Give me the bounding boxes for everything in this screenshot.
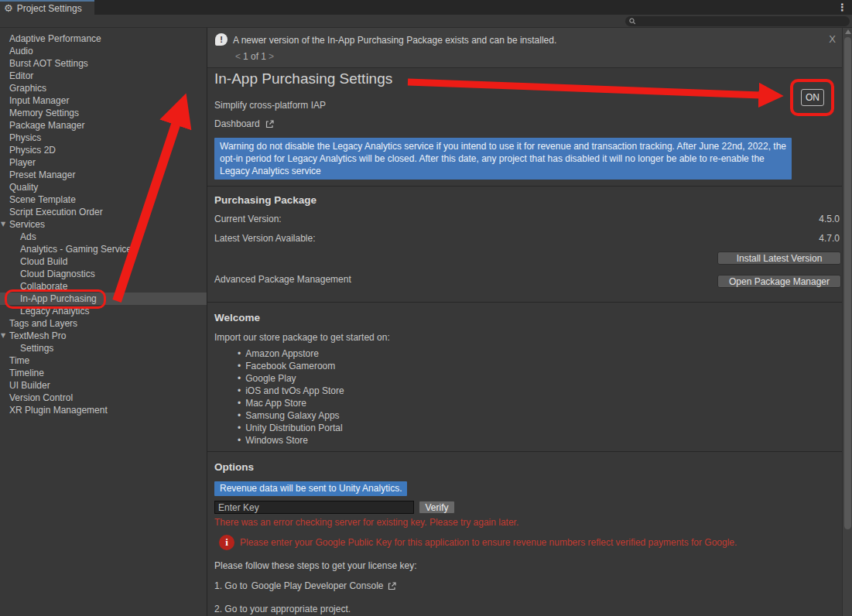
window-title: Project Settings	[17, 3, 82, 14]
dashboard-link[interactable]: Dashboard	[214, 118, 275, 129]
section-divider	[207, 302, 843, 303]
step-1-row: 1. Go to Google Play Developer Console	[214, 580, 397, 591]
sidebar-item-version-control[interactable]: Version Control	[0, 392, 207, 404]
section-divider	[207, 451, 843, 452]
scrollbar-thumb[interactable]	[844, 37, 851, 529]
sidebar-item-xr-plugin-management[interactable]: XR Plugin Management	[0, 404, 207, 416]
server-error-text: There was an error checking server for e…	[214, 517, 518, 528]
sidebar-item-memory-settings[interactable]: Memory Settings	[0, 107, 207, 119]
service-toggle-on-button[interactable]: ON	[801, 89, 824, 106]
list-item: Google Play	[238, 372, 344, 385]
external-link-icon	[387, 581, 397, 591]
latest-version-value: 4.7.0	[819, 233, 840, 244]
step-1-prefix: 1. Go to	[214, 580, 248, 591]
sidebar-item-legacy-analytics[interactable]: Legacy Analytics	[0, 305, 207, 317]
section-divider	[207, 186, 843, 187]
list-item: Facebook Gameroom	[238, 360, 344, 372]
current-version-label: Current Version:	[214, 214, 282, 224]
sidebar-item-ui-builder[interactable]: UI Builder	[0, 379, 207, 392]
toolbar	[0, 15, 852, 28]
vertical-scrollbar[interactable]	[842, 28, 852, 616]
sidebar-item-quality[interactable]: Quality	[0, 181, 207, 193]
sidebar-item-scene-template[interactable]: Scene Template	[0, 193, 207, 206]
sidebar-item-burst-aot-settings[interactable]: Burst AOT Settings	[0, 57, 207, 70]
sidebar-item-script-execution-order[interactable]: Script Execution Order	[0, 206, 207, 218]
search-input[interactable]	[638, 17, 846, 26]
steps-intro: Please follow these steps to get your li…	[214, 560, 416, 571]
step-2-row: 2. Go to your appropriate project.	[214, 604, 351, 614]
store-list: Amazon Appstore Facebook Gameroom Google…	[238, 347, 344, 447]
legacy-analytics-warning: Warning do not disable the Legacy Analyt…	[214, 138, 792, 180]
sidebar-item-preset-manager[interactable]: Preset Manager	[0, 169, 207, 181]
options-heading: Options	[214, 461, 254, 473]
sidebar-item-cloud-build[interactable]: Cloud Build	[0, 255, 207, 268]
revenue-note-badge: Revenue data will be sent to Unity Analy…	[214, 481, 407, 496]
tab-project-settings[interactable]: ⚙ Project Settings	[0, 0, 94, 15]
sidebar-item-services[interactable]: ▼Services	[0, 218, 207, 231]
purchasing-package-heading: Purchasing Package	[214, 194, 317, 206]
current-version-value: 4.5.0	[819, 214, 840, 224]
sidebar-item-package-manager[interactable]: Package Manager	[0, 119, 207, 132]
sidebar-item-player[interactable]: Player	[0, 156, 207, 169]
sidebar-item-audio[interactable]: Audio	[0, 45, 207, 57]
pager-next-button[interactable]: >	[266, 51, 276, 62]
sidebar-item-physics[interactable]: Physics	[0, 132, 207, 144]
sidebar-item-ads[interactable]: Ads	[0, 231, 207, 243]
sidebar-item-editor[interactable]: Editor	[0, 70, 207, 82]
settings-sidebar: Adaptive Performance Audio Burst AOT Set…	[0, 28, 207, 616]
list-item: Amazon Appstore	[238, 347, 344, 360]
scroll-up-arrow-icon[interactable]	[845, 29, 851, 34]
project-settings-window: ⚙ Project Settings ⋮ Adaptive Performanc…	[0, 0, 852, 616]
sidebar-item-cloud-diagnostics[interactable]: Cloud Diagnostics	[0, 268, 207, 280]
foldout-arrow-icon[interactable]: ▼	[1, 218, 5, 231]
banner-pager: <1 of 1>	[233, 51, 276, 62]
sidebar-item-textmesh-settings[interactable]: Settings	[0, 342, 207, 354]
simplify-iap-label: Simplify cross-platform IAP	[214, 100, 326, 111]
list-item: iOS and tvOs App Store	[238, 385, 344, 397]
banner-message: A newer version of the In-App Purchasing…	[233, 35, 556, 46]
google-key-error-text: Please enter your Google Public Key for …	[240, 537, 828, 548]
sidebar-item-textmesh-pro[interactable]: ▼TextMesh Pro	[0, 330, 207, 342]
gear-icon: ⚙	[4, 3, 13, 13]
search-icon	[629, 18, 636, 25]
sidebar-item-physics-2d[interactable]: Physics 2D	[0, 144, 207, 156]
welcome-intro: Import our store package to get started …	[214, 332, 390, 343]
sidebar-item-time[interactable]: Time	[0, 354, 207, 367]
sidebar-item-adaptive-performance[interactable]: Adaptive Performance	[0, 33, 207, 45]
foldout-arrow-icon[interactable]: ▼	[1, 330, 5, 342]
verify-button[interactable]: Verify	[419, 501, 455, 514]
sidebar-item-analytics-gaming-services[interactable]: Analytics - Gaming Services	[0, 243, 207, 255]
list-item: Unity Distribution Portal	[238, 422, 344, 434]
kebab-menu-icon[interactable]: ⋮	[837, 2, 847, 13]
console-alert-icon: !	[215, 33, 228, 46]
sidebar-item-timeline[interactable]: Timeline	[0, 367, 207, 379]
sidebar-item-collaborate[interactable]: Collaborate	[0, 280, 207, 293]
search-box[interactable]	[625, 16, 850, 26]
pager-label: 1 of 1	[243, 51, 266, 62]
latest-version-label: Latest Version Available:	[214, 233, 316, 244]
list-item: Samsung Galaxy Apps	[238, 409, 344, 422]
dashboard-link-label: Dashboard	[214, 118, 260, 129]
page-title: In-App Purchasing Settings	[214, 70, 392, 87]
install-latest-version-button[interactable]: Install Latest Version	[717, 252, 841, 265]
list-item: Windows Store	[238, 434, 344, 447]
in-app-purchasing-panel: ! A newer version of the In-App Purchasi…	[207, 28, 852, 616]
sidebar-item-in-app-purchasing[interactable]: In-App Purchasing	[0, 293, 207, 305]
google-key-input[interactable]	[214, 501, 414, 514]
sidebar-item-tags-and-layers[interactable]: Tags and Layers	[0, 317, 207, 330]
welcome-heading: Welcome	[214, 312, 260, 323]
open-package-manager-button[interactable]: Open Package Manager	[717, 275, 841, 288]
close-icon[interactable]: X	[829, 33, 836, 45]
list-item: Mac App Store	[238, 397, 344, 409]
advanced-package-management-label: Advanced Package Management	[214, 274, 351, 285]
info-circle-icon: i	[219, 535, 234, 550]
google-play-console-link[interactable]: Google Play Developer Console	[251, 580, 384, 591]
update-notification-banner: ! A newer version of the In-App Purchasi…	[207, 28, 843, 68]
sidebar-item-graphics[interactable]: Graphics	[0, 82, 207, 94]
sidebar-item-input-manager[interactable]: Input Manager	[0, 94, 207, 107]
external-link-icon	[265, 119, 275, 129]
title-bar: ⚙ Project Settings ⋮	[0, 0, 852, 15]
pager-prev-button[interactable]: <	[233, 51, 243, 62]
